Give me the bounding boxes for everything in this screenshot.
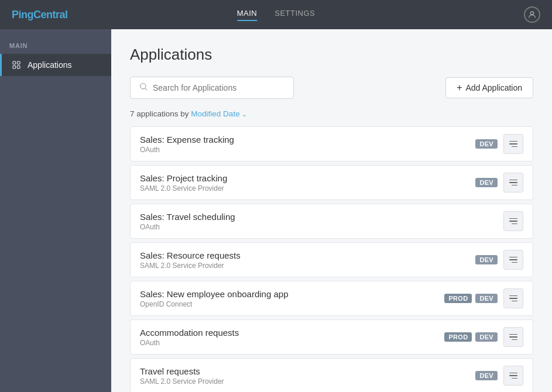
nav-link-main[interactable]: MAIN	[237, 9, 258, 21]
app-info: Travel requestsSAML 2.0 Service Provider	[140, 366, 475, 386]
badge-dev: DEV	[475, 332, 498, 342]
badge-dev: DEV	[475, 255, 498, 264]
app-badges: DEV	[475, 139, 498, 149]
menu-line-2	[509, 221, 517, 222]
svg-rect-2	[17, 61, 20, 64]
menu-line-1	[509, 218, 517, 219]
menu-lines-icon	[509, 334, 517, 341]
application-list: Sales: Expense trackingOAuthDEV Sales: P…	[130, 126, 533, 392]
badge-prod: PROD	[444, 332, 472, 342]
app-menu-button[interactable]	[503, 288, 523, 308]
menu-line-3	[512, 262, 517, 263]
app-name: Travel requests	[140, 366, 475, 376]
app-badges: PRODDEV	[444, 294, 498, 303]
svg-rect-3	[13, 66, 16, 68]
app-badges: DEV	[475, 371, 498, 380]
app-menu-button[interactable]	[503, 134, 523, 154]
search-icon	[139, 82, 148, 94]
menu-lines-icon	[509, 257, 517, 263]
app-menu-button[interactable]	[503, 173, 523, 192]
menu-lines-icon	[509, 373, 517, 379]
top-nav: PingCentral MAIN SETTINGS	[0, 0, 552, 29]
menu-line-3	[512, 301, 517, 302]
add-icon: +	[457, 83, 462, 92]
logo-central: Central	[33, 9, 68, 20]
menu-lines-icon	[509, 295, 517, 302]
app-type: OAuth	[140, 223, 498, 231]
page-title: Applications	[130, 46, 533, 64]
app-row[interactable]: Accommodation requestsOAuthPRODDEV	[130, 319, 533, 355]
app-row[interactable]: Sales: New employee onboarding appOpenID…	[130, 281, 533, 316]
add-application-button[interactable]: + Add Application	[445, 77, 533, 98]
app-info: Sales: Resource requestsSAML 2.0 Service…	[140, 250, 475, 270]
filter-row: 7 applications by Modified Date ⌄	[130, 109, 533, 118]
app-info: Sales: Travel schedulingOAuth	[140, 212, 498, 231]
sidebar-section-main: MAIN	[0, 35, 111, 54]
menu-line-1	[509, 180, 517, 181]
app-name: Sales: Project tracking	[140, 173, 475, 183]
app-name: Sales: New employee onboarding app	[140, 289, 444, 299]
nav-link-settings[interactable]: SETTINGS	[275, 9, 315, 21]
menu-lines-icon	[509, 218, 517, 225]
app-type: OAuth	[140, 146, 475, 154]
app-info: Sales: Expense trackingOAuth	[140, 135, 475, 154]
menu-line-3	[512, 378, 517, 379]
search-input[interactable]	[153, 83, 285, 92]
main-content: Applications + Add Application 7 applica…	[111, 29, 552, 392]
app-menu-button[interactable]	[503, 366, 523, 386]
app-menu-button[interactable]	[503, 211, 523, 231]
app-name: Sales: Resource requests	[140, 250, 475, 260]
app-info: Accommodation requestsOAuth	[140, 328, 444, 347]
menu-line-3	[512, 223, 517, 225]
app-row[interactable]: Sales: Resource requestsSAML 2.0 Service…	[130, 242, 533, 277]
menu-line-2	[509, 375, 517, 376]
app-row[interactable]: Sales: Expense trackingOAuthDEV	[130, 126, 533, 161]
app-menu-button[interactable]	[503, 250, 523, 270]
app-row[interactable]: Sales: Travel schedulingOAuth	[130, 204, 533, 239]
app-type: SAML 2.0 Service Provider	[140, 377, 475, 386]
app-type: OAuth	[140, 339, 444, 347]
app-row[interactable]: Sales: Project trackingSAML 2.0 Service …	[130, 165, 533, 200]
menu-line-2	[509, 298, 517, 299]
svg-point-5	[140, 84, 146, 89]
chevron-down-icon: ⌄	[242, 111, 247, 118]
menu-line-2	[509, 259, 517, 260]
svg-rect-4	[17, 66, 20, 68]
menu-line-3	[512, 185, 517, 186]
badge-dev: DEV	[475, 294, 498, 303]
nav-links: MAIN SETTINGS	[237, 9, 316, 21]
search-box	[130, 77, 294, 99]
menu-line-2	[509, 336, 517, 338]
app-info: Sales: Project trackingSAML 2.0 Service …	[140, 173, 475, 192]
svg-rect-1	[13, 61, 16, 64]
app-badges: DEV	[475, 255, 498, 264]
app-type: OpenID Connect	[140, 300, 444, 308]
app-badges: PRODDEV	[444, 332, 498, 342]
menu-line-1	[509, 373, 517, 374]
sidebar: MAIN Applications	[0, 29, 111, 392]
app-name: Accommodation requests	[140, 328, 444, 338]
app-menu-button[interactable]	[503, 327, 523, 347]
user-avatar-icon[interactable]	[524, 6, 540, 23]
menu-lines-icon	[509, 141, 517, 147]
svg-line-6	[145, 88, 147, 90]
menu-line-3	[512, 146, 517, 147]
menu-line-1	[509, 295, 517, 297]
logo-ping: Ping	[12, 9, 33, 20]
menu-line-3	[512, 339, 517, 341]
badge-dev: DEV	[475, 371, 498, 380]
filter-sort-link[interactable]: Modified Date ⌄	[191, 109, 247, 118]
svg-point-0	[530, 12, 533, 15]
badge-prod: PROD	[444, 294, 472, 303]
app-type: SAML 2.0 Service Provider	[140, 184, 475, 192]
applications-icon	[11, 60, 22, 70]
menu-line-2	[509, 143, 517, 145]
logo: PingCentral	[12, 9, 68, 21]
sidebar-item-applications[interactable]: Applications	[0, 54, 111, 76]
app-type: SAML 2.0 Service Provider	[140, 262, 475, 270]
badge-dev: DEV	[475, 178, 498, 187]
app-badges: DEV	[475, 178, 498, 187]
menu-line-1	[509, 257, 517, 258]
app-row[interactable]: Travel requestsSAML 2.0 Service Provider…	[130, 358, 533, 392]
app-info: Sales: New employee onboarding appOpenID…	[140, 289, 444, 308]
